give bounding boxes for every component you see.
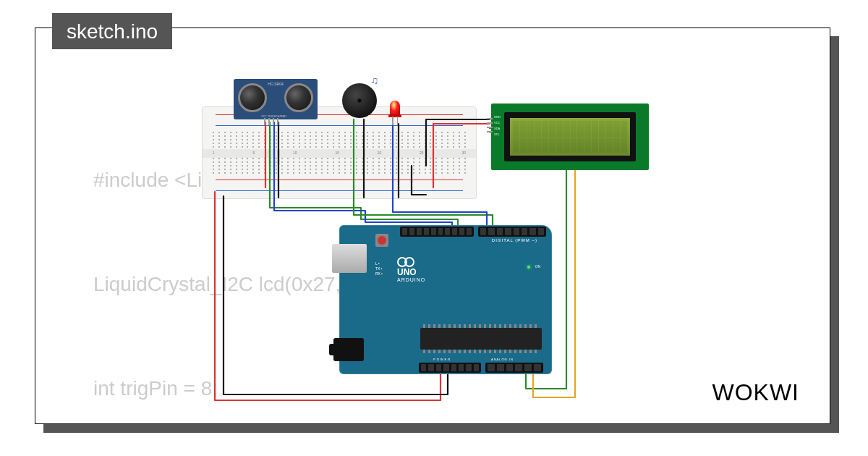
ultrasonic-transmitter (238, 83, 267, 112)
analog-header (485, 363, 543, 373)
txrx-labels: L ▪ TX ▪ RX ▪ (375, 261, 383, 276)
card-frame: #include <LiquidCrystal_I2C.h> LiquidCry… (35, 28, 830, 424)
buzzer-hole (357, 98, 362, 103)
analog-section-label: ANALOG IN (491, 358, 514, 361)
reset-button[interactable] (375, 234, 388, 247)
arduino-logo-icon (397, 257, 414, 266)
bb-terminal-strip-bottom (213, 158, 466, 175)
breadboard[interactable]: 151015202530 (202, 106, 477, 199)
bb-terminal-strip-top (213, 132, 466, 149)
bb-ground-rail-top (211, 120, 467, 130)
on-label: ON (535, 264, 541, 269)
ultrasonic-receiver (284, 83, 313, 112)
bb-center-gap (203, 149, 476, 158)
ultrasonic-pins (264, 118, 278, 125)
power-led-icon (527, 266, 530, 269)
led-red[interactable] (390, 101, 400, 115)
arduino-brand-label: ARDUINO (397, 277, 425, 282)
music-note-icon: ♫ (371, 75, 379, 86)
lcd-pin-labels: GND VCC SDA SCL (494, 115, 501, 136)
usb-port (332, 244, 367, 273)
lcd-i2c-pins (487, 118, 493, 132)
board-model-label: UNO (397, 267, 417, 277)
digital-section-label: DIGITAL (PWM ~) (492, 238, 537, 242)
circuit-diagram[interactable]: 151015202530 HC-SR04 VCC TRIG ECHO GND (202, 79, 708, 426)
lcd-display[interactable]: GND VCC SDA SCL (491, 104, 649, 170)
digital-header-left (400, 227, 474, 237)
power-section-label: POWER (433, 358, 451, 361)
file-tab[interactable]: sketch.ino (52, 13, 172, 49)
power-jack (333, 338, 364, 361)
bb-power-rail-bottom (211, 175, 467, 185)
buzzer[interactable]: ♫ (342, 83, 377, 118)
ultrasonic-model-label: HC-SR04 (268, 82, 283, 86)
file-tab-label: sketch.ino (67, 20, 158, 43)
wokwi-logo: WOKWI (712, 379, 799, 406)
arduino-uno[interactable]: UNO ARDUINO DIGITAL (PWM ~) ON L ▪ TX ▪ … (339, 225, 552, 374)
digital-header-right (478, 227, 546, 237)
ultrasonic-sensor[interactable]: HC-SR04 VCC TRIG ECHO GND (234, 79, 318, 119)
lcd-screen (504, 112, 636, 161)
atmega-chip (420, 328, 542, 350)
bb-ground-rail-bottom (211, 185, 467, 195)
power-header (419, 363, 481, 373)
